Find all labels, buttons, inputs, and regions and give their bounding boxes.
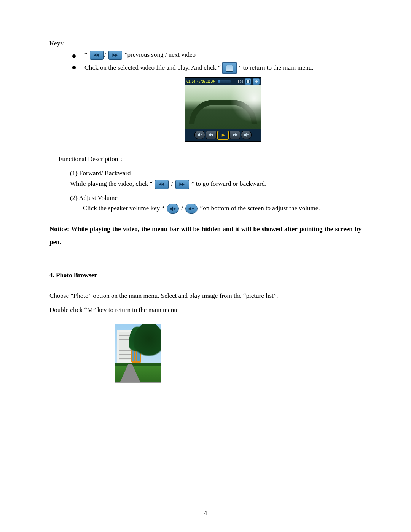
text: “ <box>84 51 88 58</box>
video-frame <box>185 85 261 129</box>
page-number: 4 <box>0 510 411 517</box>
battery-text: 36 <box>240 80 243 83</box>
menu-icon <box>245 78 252 85</box>
volume-up-icon <box>241 131 252 139</box>
text: ” to return to the main menu. <box>239 64 314 71</box>
item2-body: Click the speaker volume key “ / ”on bot… <box>83 203 362 214</box>
svg-rect-1 <box>192 208 194 209</box>
functional-description-heading: Functional Description： <box>59 154 362 164</box>
bullet-prev-next: “ / ”previous song / next video <box>72 51 362 60</box>
fast-forward-icon <box>175 180 189 189</box>
photo-paragraph-1: Choose “Photo” option on the main menu. … <box>49 291 362 301</box>
back-icon <box>253 78 260 85</box>
text: ”on bottom of the screen to adjust the v… <box>200 204 320 212</box>
photo-paragraph-2: Double click “M” key to return to the ma… <box>49 305 362 315</box>
rewind-icon <box>155 180 169 189</box>
volume-up-icon <box>167 204 179 214</box>
item1-body: While playing the video, click “ / ” to … <box>70 179 362 189</box>
fast-forward-icon <box>229 131 240 139</box>
return-main-menu-icon <box>222 62 237 74</box>
section-4-heading: 4. Photo Browser <box>49 272 362 279</box>
playback-time: 01:04:45/02:10:04 <box>186 80 216 83</box>
text: / <box>171 180 175 187</box>
text: / <box>181 204 185 212</box>
battery-icon <box>233 80 239 83</box>
item2-title: (2) Adjust Volume <box>70 193 362 203</box>
text: / <box>104 51 106 58</box>
rewind-icon <box>206 131 217 139</box>
text: While playing the video, click “ <box>70 180 154 187</box>
play-icon <box>217 131 229 140</box>
bullet-play-return: Click on the selected video file and pla… <box>72 62 362 142</box>
text: Click the speaker volume key “ <box>83 204 164 212</box>
text: Click on the selected video file and pla… <box>84 64 221 71</box>
text: ”previous song / next video <box>124 51 196 58</box>
volume-down-icon <box>185 204 198 214</box>
svg-rect-0 <box>201 134 202 135</box>
item1-title: (1) Forward/ Backward <box>70 168 362 178</box>
progress-bar <box>217 80 231 83</box>
notice-text: Notice: While playing the video, the men… <box>49 223 362 249</box>
video-player-screenshot: 01:04:45/02:10:04 36 <box>185 77 261 142</box>
text: ” to go forward or backward. <box>191 180 266 187</box>
volume-down-icon <box>194 131 205 139</box>
photo-sample-image <box>115 324 161 383</box>
keys-heading: Keys: <box>49 38 362 48</box>
fast-forward-icon <box>108 51 122 60</box>
rewind-icon <box>90 51 104 60</box>
